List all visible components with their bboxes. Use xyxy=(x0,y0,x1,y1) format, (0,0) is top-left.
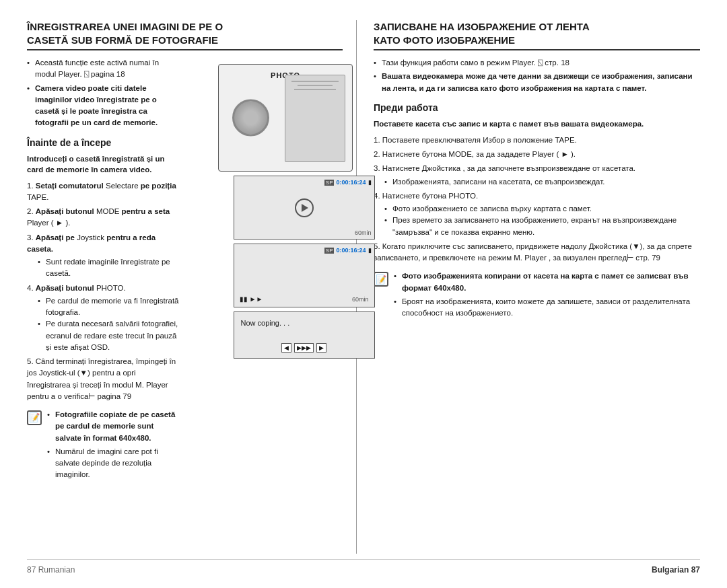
left-section-title: ÎNREGISTRAREA UNEI IMAGINI DE PE O CASET… xyxy=(27,20,343,50)
timecode-display: 0:00:16:24 xyxy=(336,179,366,186)
left-column: ÎNREGISTRAREA UNEI IMAGINI DE PE O CASET… xyxy=(27,20,357,554)
right-bullet-2: Вашата видеокамера може да чете данни за… xyxy=(374,71,700,94)
right-note-1: Фото изображенията копирани от касета на… xyxy=(394,270,700,294)
ctrl-fwd1: ▶▶▶ xyxy=(294,343,314,353)
left-steps: 1. Setați comutatorul Selectare pe poziț… xyxy=(27,180,181,403)
battery-icon-2: ▮ xyxy=(368,247,372,254)
note-icon-right: 📝 xyxy=(374,272,388,287)
right-section-title: ЗАПИСВАНЕ НА ИЗОБРАЖЕНИЕ ОТ ЛЕНТА КАТО Ф… xyxy=(374,20,700,50)
right-step-5: 5. Когато приключите със записването, пр… xyxy=(374,241,700,264)
left-step-3-sub: Sunt redate imaginile înregistrate pe ca… xyxy=(38,256,181,280)
sp-badge-2: SP xyxy=(324,248,335,254)
right-note-2: Броят на изображенията, които можете да … xyxy=(394,296,700,320)
camera-box: PHOTO xyxy=(218,64,353,172)
ctrl-back: ◀ xyxy=(281,343,291,353)
camera-area: PHOTO SP xyxy=(228,64,343,359)
left-step-4-sub2: Pe durata necesară salvării fotografiei,… xyxy=(38,318,181,353)
right-bold-intro: Поставете касета със запис и карта с пам… xyxy=(374,118,700,129)
right-step-3: 3. Натиснете Джойстика , за да започнете… xyxy=(374,163,700,188)
right-step-2: 2. Натиснете бутона MODE, за да зададете… xyxy=(374,149,700,160)
screen2-top-bar: SP 0:00:16:24 ▮ xyxy=(237,247,372,254)
footer: 87 Rumanian Bulgarian 87 xyxy=(27,559,700,575)
right-step-4-sub2: През времето за записването на изображен… xyxy=(384,215,700,238)
left-bullet-2: Camera video poate citi datele imaginilo… xyxy=(27,83,181,129)
sp-badge: SP xyxy=(324,180,335,186)
now-coping-text: Now coping. . . xyxy=(237,315,372,331)
page: ÎNREGISTRAREA UNEI IMAGINI DE PE O CASET… xyxy=(0,0,727,588)
camera-illustration-block: PHOTO SP xyxy=(188,57,343,483)
left-step-4: 4. Apăsați butonul PHOTO. Pe cardul de m… xyxy=(27,283,181,354)
right-note-box: 📝 Фото изображенията копирани от касета … xyxy=(374,270,700,321)
battery-icon: ▮ xyxy=(368,179,372,186)
screen-bottom-bar: 60min xyxy=(237,229,372,236)
left-note-2: Numărul de imagini care pot fi salvate d… xyxy=(47,446,181,481)
left-step-3: 3. Apăsați pe Joystick pentru a reda cas… xyxy=(27,232,181,280)
note-icon-left: 📝 xyxy=(27,410,42,425)
right-bullet-1: Тази функция работи само в режим Player.… xyxy=(374,57,700,69)
camera-body xyxy=(285,75,345,162)
left-step-1: 1. Setați comutatorul Selectare pe poziț… xyxy=(27,180,181,204)
left-note-1: Fotografiile copiate de pe casetă pe car… xyxy=(47,409,181,444)
controls-row: ◀ ▶▶▶ ▶ xyxy=(237,340,372,355)
left-step-5: 5. Când terminați înregistrarea, împinge… xyxy=(27,356,181,402)
right-step-1: 1. Поставете превключвателя Избор в поло… xyxy=(374,135,700,146)
right-step-4: 4. Натиснете бутона PHOTO. Фото изображе… xyxy=(374,190,700,238)
left-step-2: 2. Apăsați butonul MODE pentru a seta Pl… xyxy=(27,206,181,229)
play-triangle xyxy=(302,204,308,212)
now-coping-screen: Now coping. . . ◀ ▶▶▶ ▶ xyxy=(234,311,375,359)
ctrl-fwd2: ▶ xyxy=(316,343,326,353)
right-column: ЗАПИСВАНЕ НА ИЗОБРАЖЕНИЕ ОТ ЛЕНТА КАТО Ф… xyxy=(357,20,700,554)
playback-screen-1: SP 0:00:16:24 ▮ 60min xyxy=(234,176,375,240)
right-subsection-title: Преди работа xyxy=(374,102,700,113)
screen-top-bar: SP 0:00:16:24 ▮ xyxy=(237,179,372,186)
camera-lens xyxy=(232,100,269,137)
footer-right: Bulgarian 87 xyxy=(652,565,700,575)
left-bold-intro: Introduceți o casetă înregistrată și un … xyxy=(27,153,181,175)
main-content: ÎNREGISTRAREA UNEI IMAGINI DE PE O CASET… xyxy=(27,20,700,554)
left-bullet-1: Această funcție este activă numai în mod… xyxy=(27,57,181,81)
playback-screen-2: SP 0:00:16:24 ▮ ▮▮ ►► 60min xyxy=(234,244,375,307)
left-step-4-sub1: Pe cardul de memorie va fi înregistrată … xyxy=(38,295,181,319)
right-step-3-sub: Изображенията, записани на касетата, се … xyxy=(384,176,700,188)
left-intro-bullets: Această funcție este activă numai în mod… xyxy=(27,57,181,129)
right-steps: 1. Поставете превключвателя Избор в поло… xyxy=(374,135,700,264)
play-button xyxy=(295,198,314,217)
right-intro-bullets: Тази функция работи само в режим Player.… xyxy=(374,57,700,94)
timecode-display-2: 0:00:16:24 xyxy=(336,247,366,254)
footer-left: 87 Rumanian xyxy=(27,565,75,575)
left-subsection-title: Înainte de a începe xyxy=(27,137,181,148)
left-note-box: 📝 Fotografiile copiate de pe casetă pe c… xyxy=(27,409,181,483)
right-step-4-sub1: Фото изображението се записва върху карт… xyxy=(384,203,700,215)
